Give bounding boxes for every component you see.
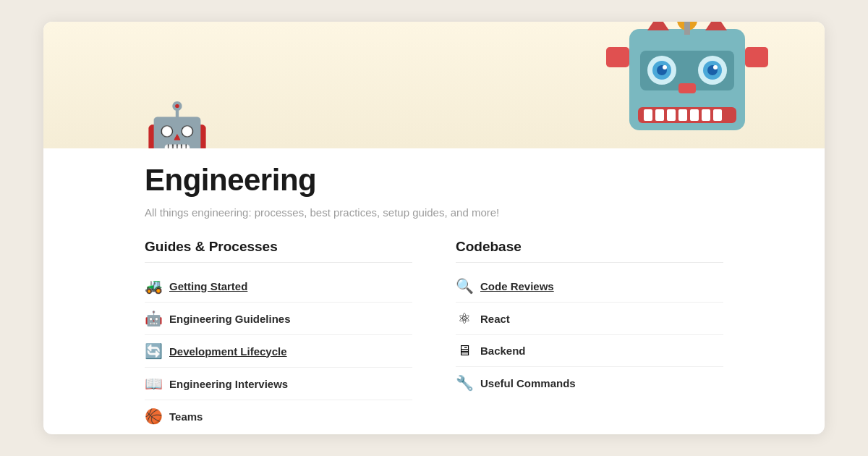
nav-item-development-lifecycle[interactable]: 🔄 Development Lifecycle (145, 335, 412, 368)
page-title: Engineering (145, 163, 723, 198)
svg-rect-21 (606, 47, 629, 67)
codebase-nav-list: 🔍 Code Reviews ⚛ React 🖥 Backend 🔧 Usefu… (456, 270, 723, 399)
svg-rect-17 (678, 109, 687, 121)
svg-rect-16 (667, 109, 676, 121)
development-lifecycle-icon: 🔄 (145, 342, 162, 360)
code-reviews-label[interactable]: Code Reviews (480, 280, 554, 292)
useful-commands-label[interactable]: Useful Commands (480, 377, 576, 389)
nav-item-engineering-interviews[interactable]: 📖 Engineering Interviews (145, 368, 412, 400)
engineering-guidelines-icon: 🤖 (145, 310, 162, 327)
engineering-guidelines-label[interactable]: Engineering Guidelines (169, 313, 291, 325)
page-description: All things engineering: processes, best … (145, 206, 723, 219)
nav-item-engineering-guidelines[interactable]: 🤖 Engineering Guidelines (145, 303, 412, 335)
svg-rect-14 (644, 109, 652, 121)
content-area: Engineering All things engineering: proc… (43, 148, 825, 434)
getting-started-icon: 🚜 (145, 277, 162, 295)
getting-started-label[interactable]: Getting Started (169, 280, 247, 292)
guides-nav-list: 🚜 Getting Started 🤖 Engineering Guidelin… (145, 270, 412, 432)
svg-rect-20 (713, 109, 722, 121)
useful-commands-icon: 🔧 (456, 374, 473, 392)
nav-item-code-reviews[interactable]: 🔍 Code Reviews (456, 270, 723, 303)
hero-banner: 🤖 (43, 22, 825, 148)
backend-icon: 🖥 (456, 342, 473, 359)
svg-marker-24 (705, 22, 727, 30)
nav-item-getting-started[interactable]: 🚜 Getting Started (145, 270, 412, 303)
react-label[interactable]: React (480, 313, 510, 325)
development-lifecycle-label[interactable]: Development Lifecycle (169, 345, 287, 358)
svg-marker-23 (647, 22, 669, 30)
codebase-column-title: Codebase (456, 239, 723, 263)
codebase-column: Codebase 🔍 Code Reviews ⚛ React 🖥 Backen… (456, 239, 723, 432)
nav-item-teams[interactable]: 🏀 Teams (145, 400, 412, 432)
robot-illustration (586, 22, 788, 148)
svg-rect-19 (702, 109, 710, 121)
nav-item-backend[interactable]: 🖥 Backend (456, 335, 723, 367)
engineering-interviews-label[interactable]: Engineering Interviews (169, 378, 288, 390)
page-icon: 🤖 (145, 104, 210, 148)
page-container: 🤖 Engineering All things engineering: pr… (43, 22, 825, 434)
code-reviews-icon: 🔍 (456, 277, 473, 295)
svg-rect-18 (690, 109, 699, 121)
svg-rect-2 (684, 22, 690, 35)
svg-point-11 (713, 65, 718, 69)
svg-rect-12 (678, 83, 696, 93)
teams-icon: 🏀 (145, 408, 162, 425)
svg-rect-15 (655, 109, 664, 121)
teams-label[interactable]: Teams (169, 410, 203, 423)
nav-item-react[interactable]: ⚛ React (456, 303, 723, 335)
backend-label[interactable]: Backend (480, 345, 526, 357)
react-icon: ⚛ (456, 310, 473, 327)
guides-column: Guides & Processes 🚜 Getting Started 🤖 E… (145, 239, 412, 432)
svg-point-7 (663, 65, 667, 69)
nav-item-useful-commands[interactable]: 🔧 Useful Commands (456, 367, 723, 399)
svg-rect-22 (745, 47, 768, 67)
guides-column-title: Guides & Processes (145, 239, 412, 263)
engineering-interviews-icon: 📖 (145, 375, 162, 392)
columns-container: Guides & Processes 🚜 Getting Started 🤖 E… (145, 239, 723, 432)
